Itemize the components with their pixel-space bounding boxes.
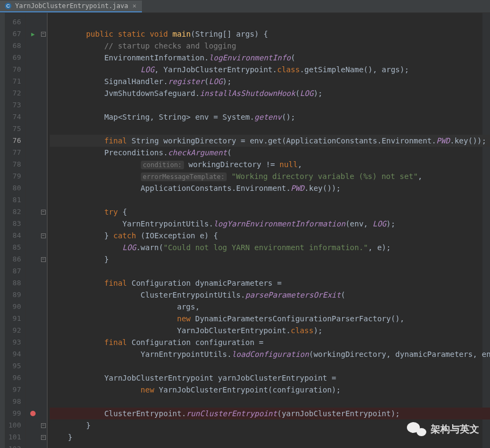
line-number[interactable]: 101	[5, 431, 25, 443]
fold-row[interactable]	[40, 384, 47, 396]
fold-row[interactable]	[40, 111, 47, 123]
line-number[interactable]: 96	[5, 372, 25, 384]
line-number[interactable]: 92	[5, 325, 25, 336]
code-line[interactable]: ApplicationConstants.Environment.PWD.key…	[50, 182, 490, 194]
breakpoint-icon[interactable]	[30, 411, 36, 416]
gutter-icon-row[interactable]	[26, 396, 40, 408]
gutter-icon-row[interactable]	[26, 170, 40, 182]
line-number[interactable]: 72	[5, 87, 25, 99]
fold-row[interactable]: −	[40, 206, 47, 218]
code-line[interactable]: errorMessageTemplate: "Working directory…	[50, 170, 490, 182]
code-line[interactable]: public static void main(String[] args) {	[50, 28, 490, 40]
gutter-icon-row[interactable]	[26, 443, 40, 448]
fold-row[interactable]	[40, 135, 47, 147]
gutter-icon-row[interactable]	[26, 431, 40, 443]
line-number[interactable]: 93	[5, 336, 25, 348]
code-line[interactable]	[50, 396, 490, 408]
fold-row[interactable]: −	[40, 230, 47, 242]
fold-row[interactable]	[40, 360, 47, 372]
line-number[interactable]: 98	[5, 396, 25, 408]
code-line[interactable]	[50, 194, 490, 206]
gutter-icon-row[interactable]	[26, 111, 40, 123]
line-number[interactable]: 77	[5, 147, 25, 158]
fold-row[interactable]	[40, 277, 47, 289]
fold-row[interactable]	[40, 123, 47, 135]
line-number[interactable]: 67	[5, 28, 25, 40]
gutter-icon-row[interactable]	[26, 348, 40, 360]
code-line[interactable]: ClusterEntrypointUtils.parseParametersOr…	[50, 289, 490, 301]
fold-row[interactable]	[40, 99, 47, 111]
line-number[interactable]: 74	[5, 111, 25, 123]
fold-row[interactable]	[40, 147, 47, 158]
line-number[interactable]: 79	[5, 170, 25, 182]
fold-row[interactable]	[40, 336, 47, 348]
gutter-icon-row[interactable]	[26, 360, 40, 372]
line-number[interactable]: 81	[5, 194, 25, 206]
gutter-icon-row[interactable]	[26, 419, 40, 431]
line-number[interactable]: 68	[5, 40, 25, 52]
line-number[interactable]: 66	[5, 16, 25, 28]
gutter-icon-row[interactable]	[26, 194, 40, 206]
line-number[interactable]: 85	[5, 242, 25, 253]
gutter-icon-row[interactable]	[26, 99, 40, 111]
gutter-icon-row[interactable]	[26, 313, 40, 325]
run-icon[interactable]: ▶	[31, 31, 35, 38]
fold-end-icon[interactable]: −	[41, 435, 46, 440]
fold-row[interactable]	[40, 182, 47, 194]
code-line[interactable]: new YarnJobClusterEntrypoint(configurati…	[50, 384, 490, 396]
fold-row[interactable]: −	[40, 28, 47, 40]
fold-collapse-icon[interactable]: −	[41, 32, 46, 37]
line-number[interactable]: 100	[5, 419, 25, 431]
line-number[interactable]: 82	[5, 206, 25, 218]
fold-row[interactable]	[40, 64, 47, 75]
line-number[interactable]: 90	[5, 301, 25, 313]
code-line[interactable]: LOG, YarnJobClusterEntrypoint.class.getS…	[50, 64, 490, 75]
code-line[interactable]: YarnEntrypointUtils.loadConfiguration(wo…	[50, 348, 490, 360]
gutter-icon-row[interactable]	[26, 218, 40, 230]
code-line[interactable]: } catch (IOException e) {	[50, 230, 490, 242]
fold-row[interactable]	[40, 75, 47, 87]
line-number[interactable]: 78	[5, 158, 25, 170]
fold-end-icon[interactable]: −	[41, 423, 46, 428]
code-line[interactable]	[50, 123, 490, 135]
code-line[interactable]: EnvironmentInformation.logEnvironmentInf…	[50, 52, 490, 64]
fold-row[interactable]	[40, 170, 47, 182]
fold-row[interactable]	[40, 40, 47, 52]
fold-row[interactable]	[40, 443, 47, 448]
code-line[interactable]	[50, 265, 490, 277]
line-number[interactable]: 69	[5, 52, 25, 64]
fold-row[interactable]	[40, 372, 47, 384]
code-line[interactable]: YarnJobClusterEntrypoint.class);	[50, 325, 490, 336]
line-number[interactable]: 94	[5, 348, 25, 360]
fold-row[interactable]: −	[40, 253, 47, 265]
code-area[interactable]: public static void main(String[] args) {…	[47, 13, 490, 448]
fold-row[interactable]: −	[40, 419, 47, 431]
fold-row[interactable]	[40, 348, 47, 360]
fold-end-icon[interactable]: −	[41, 257, 46, 262]
gutter-icon-row[interactable]	[26, 158, 40, 170]
code-line[interactable]: try {	[50, 206, 490, 218]
gutter-icon-row[interactable]	[26, 277, 40, 289]
fold-row[interactable]	[40, 52, 47, 64]
gutter-icon-row[interactable]	[26, 336, 40, 348]
gutter-icon-row[interactable]	[26, 289, 40, 301]
code-line[interactable]: }	[50, 253, 490, 265]
line-number[interactable]: 73	[5, 99, 25, 111]
fold-row[interactable]	[40, 87, 47, 99]
line-number[interactable]: 71	[5, 75, 25, 87]
line-number[interactable]: 88	[5, 277, 25, 289]
code-line[interactable]	[50, 360, 490, 372]
gutter-icon-row[interactable]	[26, 372, 40, 384]
gutter-icon-row[interactable]	[26, 87, 40, 99]
line-number[interactable]: 83	[5, 218, 25, 230]
fold-row[interactable]	[40, 158, 47, 170]
line-number[interactable]: 87	[5, 265, 25, 277]
fold-row[interactable]	[40, 194, 47, 206]
line-number[interactable]: 70	[5, 64, 25, 75]
code-line[interactable]: condition: workingDirectory != null,	[50, 158, 490, 170]
fold-collapse-icon[interactable]: −	[41, 210, 46, 215]
code-line[interactable]: final String workingDirectory = env.get(…	[50, 135, 490, 147]
fold-row[interactable]	[40, 218, 47, 230]
line-number[interactable]: 76	[5, 135, 25, 147]
code-line[interactable]: new DynamicParametersConfigurationParser…	[50, 313, 490, 325]
